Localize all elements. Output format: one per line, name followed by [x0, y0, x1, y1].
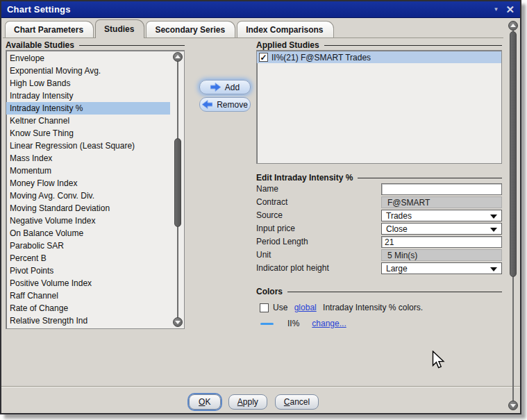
list-item[interactable]: Momentum — [6, 165, 170, 177]
global-link[interactable]: global — [294, 303, 317, 312]
list-item[interactable]: Mass Index — [6, 152, 170, 165]
applied-studies-header: Applied Studies — [256, 40, 502, 49]
series-label: II% — [287, 319, 299, 328]
use-global-text-prefix: Use — [273, 303, 290, 312]
plot-height-dropdown[interactable]: Large — [381, 262, 502, 274]
list-item[interactable]: Keltner Channel — [6, 115, 170, 127]
title-bar[interactable]: Chart Settings ▼ ✕ — [1, 1, 520, 18]
footer-separator — [1, 386, 520, 387]
list-item[interactable]: High Low Bands — [6, 77, 170, 90]
series-color-swatch — [260, 323, 274, 325]
series-color-row: II% change... — [260, 319, 346, 328]
list-item[interactable]: Negative Volume Index — [6, 215, 170, 227]
screen: Chart Settings ▼ ✕ Chart Parameters Stud… — [0, 0, 527, 420]
list-item[interactable]: Envelope — [6, 52, 170, 65]
use-global-text-suffix: Intraday Intensity % colors. — [321, 303, 423, 312]
chart-settings-dialog: Chart Settings ▼ ✕ Chart Parameters Stud… — [0, 0, 521, 414]
scroll-down-icon[interactable] — [173, 317, 183, 327]
edit-section-header: Edit Intraday Intensity % — [256, 173, 502, 182]
list-item[interactable]: Linear Regression (Least Square) — [6, 140, 170, 152]
applied-study-row[interactable]: ✓ II%(21) F@SMART Trades — [257, 51, 501, 63]
list-item[interactable]: Percent B — [6, 252, 170, 264]
list-item[interactable]: Intraday Intensity — [6, 90, 170, 102]
list-item[interactable]: Raff Channel — [6, 289, 170, 302]
add-button[interactable]: Add — [199, 80, 251, 94]
arrow-left-icon — [202, 100, 212, 109]
change-color-link[interactable]: change... — [312, 319, 346, 328]
source-label: Source — [256, 210, 283, 221]
remove-button[interactable]: Remove — [199, 97, 251, 112]
chevron-down-icon — [490, 215, 497, 219]
ok-button[interactable]: OK — [189, 394, 221, 410]
list-item[interactable]: Exponential Moving Avg. — [6, 65, 170, 77]
chevron-down-icon — [490, 228, 497, 232]
available-list-scrollbar[interactable] — [172, 51, 183, 328]
use-global-checkbox[interactable] — [260, 303, 269, 312]
period-length-field[interactable] — [381, 236, 502, 248]
add-button-label: Add — [225, 83, 240, 92]
list-item[interactable]: Money Flow Index — [6, 177, 170, 190]
plot-height-label: Indicator plot height — [256, 262, 329, 274]
applied-studies-list[interactable]: ✓ II%(21) F@SMART Trades — [256, 50, 502, 164]
chevron-down-icon — [490, 267, 497, 271]
scrollbar-thumb[interactable] — [174, 138, 181, 227]
remove-button-label: Remove — [217, 100, 248, 110]
study-enabled-checkbox[interactable]: ✓ — [259, 53, 268, 62]
arrow-right-icon — [210, 83, 221, 92]
scroll-up-icon[interactable] — [508, 21, 518, 31]
contract-value: F@SMART — [381, 196, 502, 208]
window-menu-icon[interactable]: ▼ — [494, 6, 499, 13]
list-item[interactable]: Parabolic SAR — [6, 240, 170, 252]
apply-button[interactable]: Apply — [228, 394, 267, 410]
dialog-content: Chart Parameters Studies Secondary Serie… — [1, 19, 520, 413]
list-item[interactable]: On Balance Volume — [6, 227, 170, 240]
header-rule — [358, 178, 502, 178]
input-price-label: Input price — [256, 223, 295, 234]
cancel-button[interactable]: Cancel — [275, 394, 319, 410]
tab-secondary-series[interactable]: Secondary Series — [146, 21, 235, 37]
list-item-selected[interactable]: Intraday Intensity % — [6, 102, 170, 115]
list-item[interactable]: Relative Strength Ind — [6, 314, 170, 327]
header-rule — [79, 45, 185, 46]
period-length-label: Period Length — [256, 236, 308, 247]
list-item[interactable]: Know Sure Thing — [6, 127, 170, 140]
source-dropdown[interactable]: Trades — [381, 210, 502, 221]
scroll-up-icon[interactable] — [173, 52, 183, 62]
unit-value: 5 Min(s) — [381, 249, 502, 261]
contract-label: Contract — [256, 196, 287, 208]
header-rule — [324, 45, 502, 46]
tab-chart-parameters[interactable]: Chart Parameters — [5, 21, 94, 37]
header-rule — [287, 292, 502, 292]
tab-studies[interactable]: Studies — [95, 19, 144, 38]
available-studies-list[interactable]: Envelope Exponential Moving Avg. High Lo… — [6, 50, 185, 329]
name-label: Name — [256, 183, 278, 194]
name-field[interactable] — [381, 183, 502, 195]
available-studies-header: Available Studies — [6, 40, 185, 49]
input-price-dropdown[interactable]: Close — [381, 223, 502, 235]
list-item[interactable]: Rate of Change — [6, 302, 170, 314]
unit-label: Unit — [256, 249, 271, 260]
dialog-scrollbar[interactable] — [506, 19, 519, 412]
colors-section-header: Colors — [256, 287, 502, 296]
list-item[interactable]: Moving Standard Deviation — [6, 202, 170, 215]
scrollbar-thumb[interactable] — [510, 31, 517, 277]
tab-index-comparisons[interactable]: Index Comparisons — [237, 21, 333, 37]
applied-study-label: II%(21) F@SMART Trades — [271, 53, 371, 62]
use-global-colors-row: Use global Intraday Intensity % colors. — [260, 303, 423, 312]
scroll-down-icon[interactable] — [508, 401, 518, 410]
window-title: Chart Settings — [7, 4, 71, 15]
mouse-cursor — [432, 351, 445, 373]
footer-buttons: OK Apply Cancel — [1, 394, 506, 410]
tab-strip: Chart Parameters Studies Secondary Serie… — [3, 19, 503, 38]
list-item[interactable]: Moving Avg. Conv. Div. — [6, 190, 170, 202]
close-icon[interactable]: ✕ — [505, 4, 515, 15]
list-item[interactable]: Positive Volume Index — [6, 277, 170, 289]
list-item[interactable]: Pivot Points — [6, 264, 170, 277]
